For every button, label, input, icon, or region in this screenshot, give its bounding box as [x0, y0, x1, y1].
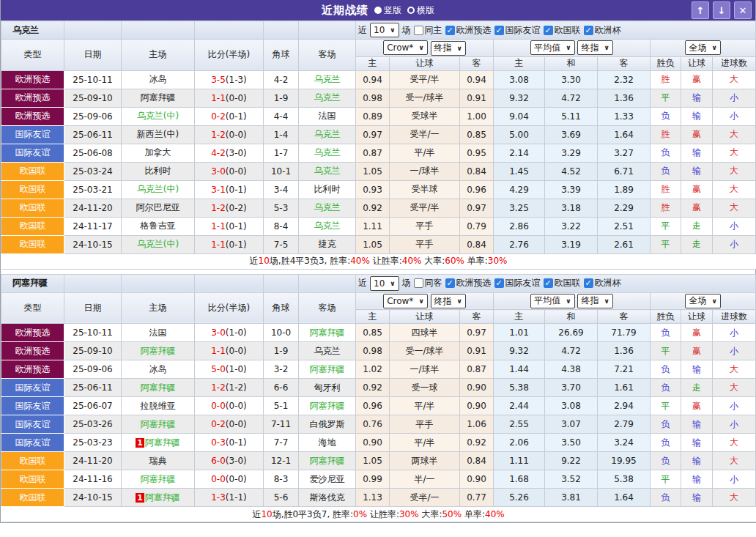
corner-cell: 7-5 — [264, 235, 299, 253]
same-away-label: 同客 — [425, 277, 442, 289]
same-home-checkbox[interactable] — [414, 26, 423, 35]
handicap-home-odds-cell: 0.90 — [356, 434, 390, 452]
score-cell: 5-0(1-0) — [195, 360, 264, 379]
handicap-away-odds-cell: 0.97 — [460, 199, 494, 217]
col-corner: 角球 — [264, 292, 299, 324]
corner-cell: 1-7 — [264, 144, 299, 162]
average-index-select[interactable]: 终指∨ — [577, 40, 612, 55]
result-goals-cell: 小 — [713, 342, 756, 360]
date-cell: 24-11-17 — [64, 217, 122, 235]
score-cell: 1-1(0-1) — [195, 217, 264, 235]
move-up-button[interactable]: ↑ — [692, 1, 709, 19]
avg-draw-odds-cell: 4.38 — [545, 360, 598, 379]
home-team-cell: 乌克兰(中) — [122, 180, 195, 199]
handicap-home-odds-cell: 1.05 — [356, 452, 390, 470]
section-bar: 乌克兰 近 10∨ 场 同主 ✓欧洲预选 ✓国际友谊 ✓欧国联 ✓欧洲杯 — [1, 21, 756, 40]
col-crow-home: 主 — [356, 310, 390, 324]
result-handicap-cell: 赢 — [681, 70, 713, 89]
league-checkbox-friendly[interactable]: ✓ — [494, 26, 504, 35]
home-team-cell: 阿塞拜疆 — [122, 415, 195, 434]
avg-away-odds-cell: 2.51 — [598, 217, 651, 235]
date-cell: 25-06-11 — [64, 125, 122, 144]
corner-cell: 8-4 — [264, 217, 299, 235]
league-checkbox-nations[interactable]: ✓ — [544, 26, 553, 35]
title-group: 近期战绩 竖版 横版 — [1, 4, 755, 18]
bookmaker-select[interactable]: Crow*∨ — [383, 294, 428, 308]
layout-horizontal-radio[interactable]: 横版 — [407, 4, 434, 17]
league-checkbox-eurocup[interactable]: ✓ — [584, 278, 593, 288]
avg-draw-odds-cell: 4.52 — [545, 162, 598, 180]
result-goals-cell: 大 — [713, 180, 756, 199]
date-cell: 25-06-11 — [64, 379, 122, 397]
record-summary: 近10场,胜0平3负7, 胜率:0% 让胜率:30% 大率:50% 单率:40% — [252, 509, 504, 519]
summary-row: 近10场,胜0平3负7, 胜率:0% 让胜率:30% 大率:50% 单率:40% — [1, 507, 756, 522]
result-goals-cell: 大 — [713, 489, 756, 507]
handicap-line-cell: 平/半 — [390, 397, 460, 415]
col-crow-away: 客 — [460, 310, 494, 324]
league-checkbox-eurocup[interactable]: ✓ — [584, 26, 593, 35]
result-handicap-cell: 输 — [681, 470, 713, 489]
result-handicap-cell: 走 — [681, 217, 713, 235]
avg-away-odds-cell: 1.64 — [598, 489, 651, 507]
home-team-cell: 瑞典 — [122, 452, 195, 470]
same-away-checkbox[interactable] — [414, 278, 423, 288]
league-checkbox-nations[interactable]: ✓ — [544, 278, 553, 288]
league-cell: 欧洲预选 — [1, 360, 64, 379]
move-down-button[interactable]: ↓ — [713, 1, 730, 19]
match-count-select[interactable]: 10∨ — [370, 276, 399, 291]
score-cell: 0-3(0-1) — [195, 434, 264, 452]
handicap-away-odds-cell: 1.06 — [460, 415, 494, 434]
away-team-cell: 乌克兰 — [299, 70, 356, 89]
col-home: 主场 — [122, 292, 195, 324]
corner-cell: 1-9 — [264, 89, 299, 107]
match-count-select[interactable]: 10∨ — [370, 23, 399, 37]
result-handicap-cell: 赢 — [681, 324, 713, 342]
close-button[interactable]: ✕ — [734, 1, 752, 19]
result-wdl-cell: 负 — [651, 415, 681, 434]
result-wdl-cell: 负 — [651, 324, 681, 342]
col-avg-away: 客 — [598, 310, 651, 324]
corner-cell: 3-2 — [264, 360, 299, 379]
handicap-away-odds-cell: 0.91 — [460, 89, 494, 107]
bookmaker-index-select[interactable]: 终指∨ — [431, 294, 466, 308]
handicap-line-cell: 一/球半 — [390, 360, 460, 379]
handicap-away-odds-cell: 0.96 — [460, 180, 494, 199]
handicap-away-odds-cell: 0.97 — [460, 324, 494, 342]
date-cell: 25-06-07 — [64, 397, 122, 415]
col-crow-handicap: 让球 — [390, 56, 460, 70]
handicap-away-odds-cell: 0.84 — [460, 452, 494, 470]
average-select[interactable]: 平均值∨ — [530, 40, 574, 55]
section-bar: 阿塞拜疆 近 10∨ 场 同客 ✓欧洲预选 ✓国际友谊 ✓欧国联 ✓欧洲杯 — [1, 274, 756, 292]
dropdown-arrow-icon: ∨ — [566, 44, 571, 51]
handicap-line-cell: 受半球 — [390, 180, 460, 199]
league-cell: 欧洲预选 — [1, 89, 64, 107]
fulltime-select[interactable]: 全场∨ — [685, 294, 720, 308]
average-select[interactable]: 平均值∨ — [530, 294, 574, 308]
fulltime-select[interactable]: 全场∨ — [685, 40, 720, 55]
corner-cell: 5-1 — [264, 397, 299, 415]
league-cell: 国际友谊 — [1, 379, 64, 397]
bookmaker-index-select[interactable]: 终指∨ — [431, 41, 466, 56]
bookmaker-select[interactable]: Crow*∨ — [383, 40, 428, 55]
col-avg-home: 主 — [494, 310, 545, 324]
match-row: 欧洲预选25-09-10阿塞拜疆1-1(0-0)1-9乌克兰0.98受一/球半0… — [1, 89, 756, 107]
table-header-row: 类型 日期 主场 比分(半场) 角球 客场 Crow*∨ 终指∨ 平均值∨ 终指… — [1, 40, 756, 57]
score-cell: 0-0(0-0) — [195, 397, 264, 415]
avg-draw-odds-cell: 4.72 — [545, 89, 598, 107]
league-checkbox-euro-qualifier[interactable]: ✓ — [445, 26, 455, 35]
handicap-line-cell: 受半/一 — [390, 125, 460, 144]
radio-horizontal-label: 横版 — [417, 4, 434, 17]
handicap-home-odds-cell: 0.76 — [356, 415, 390, 434]
result-wdl-cell: 平 — [651, 217, 681, 235]
home-team-cell: 冰岛 — [122, 70, 195, 89]
match-row: 欧国联24-10-151阿塞拜疆1-3(1-1)5-6斯洛伐克1.13受半/一0… — [1, 489, 756, 507]
league-cell: 欧洲预选 — [1, 342, 64, 360]
league-checkbox-euro-qualifier[interactable]: ✓ — [445, 278, 455, 288]
date-cell: 25-09-06 — [64, 107, 122, 125]
home-team-cell: 加拿大 — [122, 144, 195, 162]
league-checkbox-friendly[interactable]: ✓ — [494, 278, 504, 288]
average-index-select[interactable]: 终指∨ — [577, 294, 612, 308]
avg-away-odds-cell: 1.64 — [598, 125, 651, 144]
layout-vertical-radio[interactable]: 竖版 — [374, 4, 401, 17]
team-section-table: 阿塞拜疆 近 10∨ 场 同客 ✓欧洲预选 ✓国际友谊 ✓欧国联 ✓欧洲杯 — [1, 274, 756, 523]
